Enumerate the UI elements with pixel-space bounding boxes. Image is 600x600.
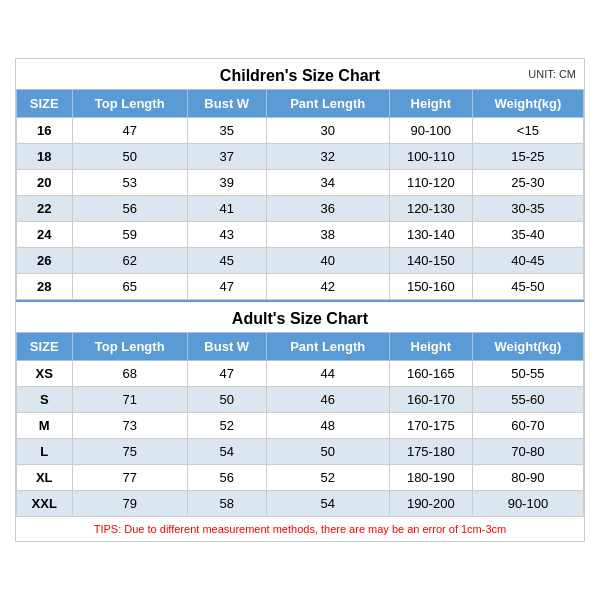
table-cell: 71 xyxy=(72,387,187,413)
table-row: XL775652180-19080-90 xyxy=(17,465,584,491)
table-cell: 140-150 xyxy=(389,248,472,274)
table-cell: 47 xyxy=(187,361,266,387)
table-cell: 52 xyxy=(187,413,266,439)
table-cell: 35 xyxy=(187,118,266,144)
table-cell: XXL xyxy=(17,491,73,517)
table-cell: 38 xyxy=(266,222,389,248)
table-cell: 40-45 xyxy=(472,248,583,274)
table-cell: 35-40 xyxy=(472,222,583,248)
table-cell: 43 xyxy=(187,222,266,248)
table-cell: <15 xyxy=(472,118,583,144)
table-cell: 160-170 xyxy=(389,387,472,413)
table-cell: 60-70 xyxy=(472,413,583,439)
table-cell: 41 xyxy=(187,196,266,222)
table-cell: 16 xyxy=(17,118,73,144)
table-row: 18503732100-11015-25 xyxy=(17,144,584,170)
table-cell: 77 xyxy=(72,465,187,491)
table-row: 20533934110-12025-30 xyxy=(17,170,584,196)
table-cell: 120-130 xyxy=(389,196,472,222)
table-cell: 18 xyxy=(17,144,73,170)
table-row: 1647353090-100<15 xyxy=(17,118,584,144)
children-col-weight: Weight(kg) xyxy=(472,90,583,118)
table-cell: XS xyxy=(17,361,73,387)
table-row: L755450175-18070-80 xyxy=(17,439,584,465)
table-cell: S xyxy=(17,387,73,413)
adults-col-size: SIZE xyxy=(17,333,73,361)
table-cell: M xyxy=(17,413,73,439)
adults-title-text: Adult's Size Chart xyxy=(232,310,368,327)
table-cell: 55-60 xyxy=(472,387,583,413)
table-cell: 48 xyxy=(266,413,389,439)
table-cell: 70-80 xyxy=(472,439,583,465)
children-col-height: Height xyxy=(389,90,472,118)
table-row: S715046160-17055-60 xyxy=(17,387,584,413)
table-cell: 180-190 xyxy=(389,465,472,491)
table-cell: 170-175 xyxy=(389,413,472,439)
table-cell: 75 xyxy=(72,439,187,465)
table-cell: 50-55 xyxy=(472,361,583,387)
table-cell: 50 xyxy=(266,439,389,465)
adults-col-top-length: Top Length xyxy=(72,333,187,361)
adults-col-pant: Pant Length xyxy=(266,333,389,361)
children-col-pant: Pant Length xyxy=(266,90,389,118)
table-cell: 58 xyxy=(187,491,266,517)
children-size-table: SIZE Top Length Bust W Pant Length Heigh… xyxy=(16,89,584,300)
table-cell: 79 xyxy=(72,491,187,517)
table-row: XS684744160-16550-55 xyxy=(17,361,584,387)
table-cell: 110-120 xyxy=(389,170,472,196)
table-cell: 34 xyxy=(266,170,389,196)
table-cell: 24 xyxy=(17,222,73,248)
table-cell: 42 xyxy=(266,274,389,300)
table-cell: 68 xyxy=(72,361,187,387)
table-cell: 47 xyxy=(187,274,266,300)
unit-label: UNIT: CM xyxy=(528,68,576,80)
table-cell: 160-165 xyxy=(389,361,472,387)
table-cell: 175-180 xyxy=(389,439,472,465)
table-cell: 56 xyxy=(187,465,266,491)
table-cell: 30 xyxy=(266,118,389,144)
table-cell: 52 xyxy=(266,465,389,491)
table-cell: 50 xyxy=(72,144,187,170)
adults-col-height: Height xyxy=(389,333,472,361)
table-cell: 56 xyxy=(72,196,187,222)
table-cell: 26 xyxy=(17,248,73,274)
table-cell: 150-160 xyxy=(389,274,472,300)
children-col-size: SIZE xyxy=(17,90,73,118)
children-col-bust: Bust W xyxy=(187,90,266,118)
table-cell: 25-30 xyxy=(472,170,583,196)
table-row: 24594338130-14035-40 xyxy=(17,222,584,248)
table-cell: 15-25 xyxy=(472,144,583,170)
table-row: 26624540140-15040-45 xyxy=(17,248,584,274)
table-cell: 100-110 xyxy=(389,144,472,170)
table-cell: 80-90 xyxy=(472,465,583,491)
table-cell: 32 xyxy=(266,144,389,170)
table-cell: 30-35 xyxy=(472,196,583,222)
table-cell: 45 xyxy=(187,248,266,274)
table-cell: 54 xyxy=(266,491,389,517)
table-cell: 53 xyxy=(72,170,187,196)
table-cell: 22 xyxy=(17,196,73,222)
table-cell: 59 xyxy=(72,222,187,248)
table-cell: 28 xyxy=(17,274,73,300)
table-cell: 90-100 xyxy=(389,118,472,144)
adults-col-weight: Weight(kg) xyxy=(472,333,583,361)
children-header-row: SIZE Top Length Bust W Pant Length Heigh… xyxy=(17,90,584,118)
table-row: XXL795854190-20090-100 xyxy=(17,491,584,517)
adults-chart-title: Adult's Size Chart xyxy=(16,300,584,332)
table-cell: 40 xyxy=(266,248,389,274)
table-row: 28654742150-16045-50 xyxy=(17,274,584,300)
table-cell: 54 xyxy=(187,439,266,465)
children-col-top-length: Top Length xyxy=(72,90,187,118)
table-cell: 36 xyxy=(266,196,389,222)
table-cell: XL xyxy=(17,465,73,491)
size-chart-container: Children's Size Chart UNIT: CM SIZE Top … xyxy=(15,58,585,542)
table-cell: 90-100 xyxy=(472,491,583,517)
table-cell: 45-50 xyxy=(472,274,583,300)
table-cell: 65 xyxy=(72,274,187,300)
table-cell: 44 xyxy=(266,361,389,387)
table-cell: L xyxy=(17,439,73,465)
table-cell: 20 xyxy=(17,170,73,196)
table-cell: 50 xyxy=(187,387,266,413)
adults-header-row: SIZE Top Length Bust W Pant Length Heigh… xyxy=(17,333,584,361)
children-title-text: Children's Size Chart xyxy=(220,67,380,84)
